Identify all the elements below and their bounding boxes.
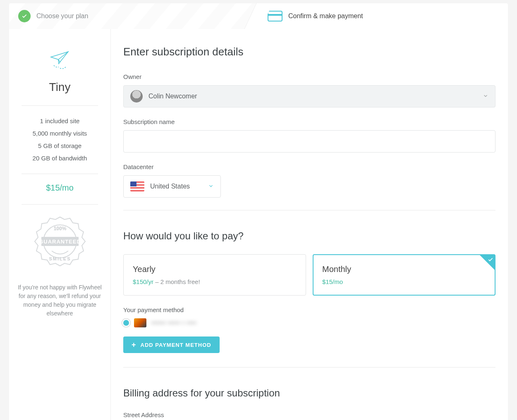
credit-card-icon — [268, 11, 282, 21]
divider — [123, 210, 495, 210]
datacenter-field: Datacenter United States — [123, 163, 495, 198]
payment-method-masked: •••••• ••••• • •••• — [151, 320, 196, 326]
guarantee-text: If you're not happy with Flywheel for an… — [9, 283, 110, 318]
plan-spec: 5 GB of storage — [9, 140, 110, 152]
option-title: Monthly — [322, 265, 486, 274]
plan-specs-list: 1 included site 5,000 monthly visits 5 G… — [9, 115, 110, 165]
selected-corner-badge — [480, 255, 495, 270]
street-address-label: Street Address — [123, 411, 495, 418]
divider — [123, 367, 495, 368]
check-icon — [488, 257, 493, 262]
paper-plane-icon — [9, 50, 110, 72]
billing-option-monthly[interactable]: Monthly $15/mo — [313, 254, 495, 296]
svg-text:GUARANTEED: GUARANTEED — [39, 239, 81, 245]
step-label: Confirm & make payment — [288, 12, 363, 20]
datacenter-value: United States — [150, 183, 202, 190]
owner-name: Colin Newcomer — [148, 93, 477, 100]
radio-selected[interactable] — [123, 320, 129, 326]
divider — [22, 204, 98, 205]
step-confirm-payment[interactable]: Confirm & make payment — [258, 3, 508, 29]
payment-method-label: Your payment method — [123, 306, 495, 313]
plus-icon: + — [132, 341, 136, 348]
plan-spec: 1 included site — [9, 115, 110, 127]
owner-label: Owner — [123, 73, 495, 80]
plan-spec: 20 GB of bandwidth — [9, 152, 110, 165]
option-price: $150/yr — [133, 278, 153, 285]
guarantee-badge-icon: 100% GUARANTEED SMILES — [9, 214, 110, 276]
owner-field: Owner Colin Newcomer — [123, 73, 495, 107]
step-choose-plan[interactable]: Choose your plan — [9, 3, 258, 29]
subscription-name-field: Subscription name — [123, 118, 495, 153]
owner-select[interactable]: Colin Newcomer — [123, 85, 495, 107]
datacenter-select[interactable]: United States — [123, 175, 221, 198]
checkout-stepper: Choose your plan Confirm & make payment — [9, 3, 508, 29]
svg-text:SMILES: SMILES — [49, 256, 71, 261]
plan-price: $15/mo — [9, 183, 110, 193]
option-title: Yearly — [133, 265, 297, 274]
payment-method-section: Your payment method •••••• ••••• • •••• … — [123, 306, 495, 353]
option-price: $15/mo — [322, 278, 343, 285]
chevron-down-icon — [208, 183, 214, 190]
step-label: Choose your plan — [36, 12, 88, 20]
plan-summary-sidebar: Tiny 1 included site 5,000 monthly visit… — [9, 29, 111, 420]
check-icon — [18, 10, 31, 22]
page-title: Enter subscription details — [123, 45, 495, 58]
subscription-name-input[interactable] — [123, 130, 495, 153]
plan-name: Tiny — [9, 81, 110, 94]
street-address-field: Street Address — [123, 411, 495, 420]
payment-method-row[interactable]: •••••• ••••• • •••• — [123, 318, 495, 327]
add-payment-method-button[interactable]: + ADD PAYMENT METHOD — [123, 336, 220, 353]
credit-card-icon — [134, 318, 146, 327]
payment-heading: How would you like to pay? — [123, 230, 495, 242]
avatar — [130, 90, 143, 103]
divider — [22, 105, 98, 106]
svg-text:100%: 100% — [53, 226, 66, 231]
subscription-name-label: Subscription name — [123, 118, 495, 125]
us-flag-icon — [130, 181, 144, 191]
plan-spec: 5,000 monthly visits — [9, 127, 110, 140]
datacenter-label: Datacenter — [123, 163, 495, 170]
add-payment-method-label: ADD PAYMENT METHOD — [141, 342, 211, 348]
main-content: Enter subscription details Owner Colin N… — [111, 29, 508, 420]
billing-heading: Billing address for your subscription — [123, 387, 495, 399]
option-note: – 2 months free! — [153, 278, 200, 285]
billing-frequency-options: Yearly $150/yr – 2 months free! Monthly … — [123, 254, 495, 296]
chevron-down-icon — [483, 93, 488, 100]
billing-option-yearly[interactable]: Yearly $150/yr – 2 months free! — [123, 254, 306, 296]
divider — [22, 174, 98, 174]
